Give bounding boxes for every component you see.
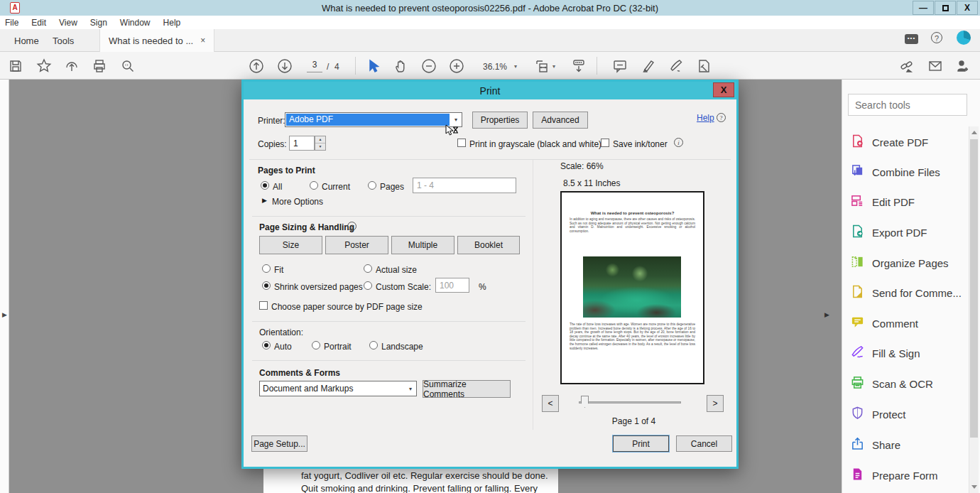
preview-slider-thumb[interactable]	[581, 396, 589, 408]
advanced-button[interactable]: Advanced	[533, 112, 588, 129]
right-panel-expand-icon[interactable]: ▶	[824, 311, 829, 318]
email-icon[interactable]	[927, 58, 943, 74]
pages-pages-radio[interactable]	[368, 181, 376, 190]
preview-next-button[interactable]: >	[707, 395, 724, 412]
page-range-input[interactable]: 1 - 4	[413, 178, 516, 193]
help-circle-icon[interactable]: ?	[717, 113, 726, 122]
page-setup-button[interactable]: Page Setup...	[251, 435, 307, 452]
fit-width-icon[interactable]	[534, 58, 550, 74]
pages-current-radio[interactable]	[310, 181, 318, 190]
preview-prev-button[interactable]: <	[542, 395, 559, 412]
dialog-title-bar[interactable]: Print	[244, 82, 736, 99]
help-link[interactable]: Help	[697, 113, 714, 123]
fill-sign-tool-icon[interactable]	[668, 58, 684, 74]
help-question-icon[interactable]: ?	[931, 32, 942, 43]
copies-spinner[interactable]: ▲ ▼	[315, 136, 326, 151]
custom-scale-radio[interactable]	[364, 281, 372, 290]
zoom-dropdown-icon[interactable]: ▾	[514, 63, 517, 70]
scrollbar-down-icon[interactable]	[971, 485, 977, 489]
stamp-tool-icon[interactable]	[696, 58, 712, 74]
tool-share[interactable]: Share	[851, 436, 957, 453]
menu-help[interactable]: Help	[163, 18, 181, 28]
menu-window[interactable]: Window	[120, 18, 151, 28]
page-number-input[interactable]: 3	[307, 60, 322, 72]
close-button[interactable]: X	[957, 1, 978, 15]
tool-edit-pdf[interactable]: Edit PDF	[851, 193, 957, 210]
tab-document[interactable]: What is needed to ... ×	[99, 29, 214, 52]
avatar[interactable]	[957, 31, 971, 45]
print-icon[interactable]	[92, 58, 107, 74]
zoom-in-icon[interactable]	[449, 58, 464, 74]
tab-home[interactable]: Home	[6, 29, 48, 52]
menu-sign[interactable]: Sign	[90, 18, 107, 28]
notifications-icon[interactable]: •••	[905, 34, 918, 44]
scrollbar-thumb[interactable]	[970, 139, 978, 438]
left-panel-expand-icon[interactable]: ▶	[2, 311, 7, 318]
print-button[interactable]: Print	[613, 435, 669, 452]
search-tools-input[interactable]	[848, 94, 967, 116]
minimize-button[interactable]: —	[913, 1, 934, 15]
more-options-expander-icon[interactable]: ▶	[262, 197, 267, 204]
save-ink-checkbox[interactable]	[601, 139, 609, 147]
more-options-label[interactable]: More Options	[272, 197, 323, 207]
tool-fill-sign[interactable]: Fill & Sign	[851, 345, 957, 362]
actual-size-radio[interactable]	[364, 264, 372, 273]
comments-forms-select[interactable]: Document and Markups ▾	[259, 381, 417, 396]
panel-scrollbar[interactable]	[969, 126, 979, 493]
shrink-radio[interactable]	[262, 281, 271, 290]
menu-edit[interactable]: Edit	[31, 18, 46, 28]
cancel-button[interactable]: Cancel	[676, 435, 732, 452]
booklet-button[interactable]: Booklet	[457, 236, 520, 254]
custom-scale-input[interactable]: 100	[435, 278, 469, 293]
size-button[interactable]: Size	[259, 236, 322, 254]
save-icon[interactable]	[8, 58, 23, 74]
paper-source-checkbox[interactable]	[259, 301, 268, 310]
printer-dropdown-icon[interactable]: ▾	[450, 117, 462, 123]
tool-export-pdf[interactable]: Export PDF	[851, 224, 957, 241]
spinner-up-icon[interactable]: ▲	[315, 136, 325, 143]
printer-select[interactable]: Adobe PDF ▾	[285, 112, 462, 127]
scrollbar-up-icon[interactable]	[971, 131, 977, 134]
summarize-comments-button[interactable]: Summarize Comments	[423, 380, 511, 398]
restore-button[interactable]	[935, 1, 956, 15]
tool-send-for-comments[interactable]: Send for Comme...	[851, 284, 957, 301]
tool-comment[interactable]: Comment	[851, 315, 957, 332]
pages-all-radio[interactable]	[261, 181, 269, 190]
link-icon[interactable]	[899, 58, 915, 74]
tab-tools[interactable]: Tools	[44, 29, 82, 52]
save-ink-info-icon[interactable]: i	[674, 138, 683, 147]
next-page-icon[interactable]	[277, 58, 293, 74]
select-tool-icon[interactable]	[365, 58, 381, 74]
tool-create-pdf[interactable]: Create PDF	[851, 134, 957, 151]
previous-page-icon[interactable]	[249, 58, 264, 74]
comment-tool-icon[interactable]	[612, 58, 628, 74]
multiple-button[interactable]: Multiple	[391, 236, 454, 254]
search-icon[interactable]	[120, 58, 136, 74]
add-user-icon[interactable]	[955, 58, 971, 74]
orientation-portrait-radio[interactable]	[312, 341, 320, 350]
zoom-level-value[interactable]: 36.1%	[483, 62, 507, 72]
tool-organize-pages[interactable]: Organize Pages	[851, 254, 957, 271]
copies-input[interactable]: 1	[289, 136, 315, 151]
dialog-close-button[interactable]: X	[713, 82, 734, 97]
tab-close-icon[interactable]: ×	[200, 36, 205, 45]
fit-radio[interactable]	[262, 264, 271, 273]
zoom-out-icon[interactable]	[421, 58, 437, 74]
tool-prepare-form[interactable]: Prepare Form	[851, 467, 957, 484]
tool-combine-files[interactable]: Combine Files	[851, 163, 957, 180]
tool-protect[interactable]: Protect	[851, 406, 957, 423]
preview-page-slider[interactable]	[579, 401, 681, 403]
highlighter-icon[interactable]	[641, 58, 656, 74]
orientation-auto-radio[interactable]	[262, 341, 271, 350]
poster-button[interactable]: Poster	[325, 236, 388, 254]
spinner-down-icon[interactable]: ▼	[315, 143, 325, 150]
orientation-landscape-radio[interactable]	[369, 341, 378, 350]
properties-button[interactable]: Properties	[472, 112, 528, 129]
comments-forms-dropdown-icon[interactable]: ▾	[405, 386, 416, 392]
star-icon[interactable]	[36, 58, 52, 74]
scrolling-mode-icon[interactable]	[571, 58, 587, 74]
menu-file[interactable]: File	[5, 18, 18, 28]
tool-scan-ocr[interactable]: Scan & OCR	[851, 375, 957, 392]
menu-view[interactable]: View	[59, 18, 77, 28]
fit-dropdown-icon[interactable]: ▾	[552, 63, 555, 70]
